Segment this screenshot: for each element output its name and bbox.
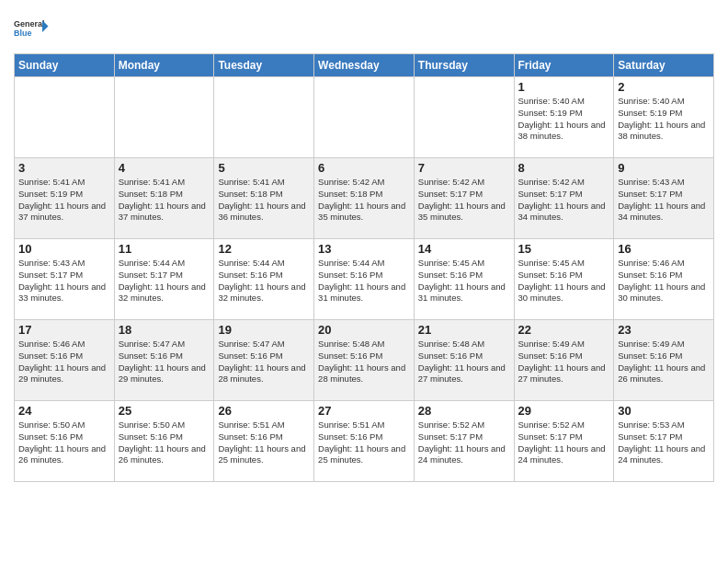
sunrise-text: Sunrise: 5:52 AM [418,419,484,430]
sunrise-text: Sunrise: 5:49 AM [618,339,684,349]
sunrise-text: Sunrise: 5:46 AM [18,339,85,349]
calendar-cell: 23 Sunrise: 5:49 AM Sunset: 5:16 PM Dayl… [614,320,714,401]
daylight-text: Daylight: 11 hours and 38 minutes. [518,120,606,142]
sunrise-text: Sunrise: 5:48 AM [418,339,484,349]
calendar-table: SundayMondayTuesdayWednesdayThursdayFrid… [14,53,714,482]
sunrise-text: Sunrise: 5:45 AM [518,258,585,268]
day-number: 12 [218,242,310,256]
weekday-header-sunday: Sunday [15,54,115,77]
day-info: Sunrise: 5:46 AM Sunset: 5:16 PM Dayligh… [618,258,710,304]
calendar-cell [15,77,115,158]
daylight-text: Daylight: 11 hours and 24 minutes. [518,443,606,465]
day-number: 24 [18,404,110,418]
calendar-cell: 19 Sunrise: 5:47 AM Sunset: 5:16 PM Dayl… [214,320,314,401]
calendar-cell: 7 Sunrise: 5:42 AM Sunset: 5:17 PM Dayli… [414,158,514,239]
sunrise-text: Sunrise: 5:40 AM [618,96,684,106]
calendar-cell [214,77,314,158]
daylight-text: Daylight: 11 hours and 25 minutes. [218,443,305,465]
calendar-cell: 17 Sunrise: 5:46 AM Sunset: 5:16 PM Dayl… [15,320,115,401]
sunrise-text: Sunrise: 5:53 AM [618,419,684,430]
daylight-text: Daylight: 11 hours and 29 minutes. [119,362,206,385]
calendar-cell [414,77,514,158]
calendar-cell: 20 Sunrise: 5:48 AM Sunset: 5:16 PM Dayl… [314,320,415,401]
sunset-text: Sunset: 5:17 PM [618,431,682,442]
day-number: 15 [518,242,610,256]
calendar-cell: 10 Sunrise: 5:43 AM Sunset: 5:17 PM Dayl… [15,239,115,320]
day-number: 2 [618,80,710,94]
day-info: Sunrise: 5:51 AM Sunset: 5:16 PM Dayligh… [218,419,310,466]
sunset-text: Sunset: 5:18 PM [119,189,183,199]
calendar-cell: 4 Sunrise: 5:41 AM Sunset: 5:18 PM Dayli… [114,158,214,239]
sunrise-text: Sunrise: 5:40 AM [518,96,585,106]
day-number: 26 [218,404,310,418]
calendar-cell: 1 Sunrise: 5:40 AM Sunset: 5:19 PM Dayli… [514,77,614,158]
sunset-text: Sunset: 5:18 PM [318,189,382,199]
day-info: Sunrise: 5:41 AM Sunset: 5:18 PM Dayligh… [119,177,210,224]
day-number: 25 [119,404,210,418]
daylight-text: Daylight: 11 hours and 29 minutes. [18,362,106,385]
calendar-cell: 28 Sunrise: 5:52 AM Sunset: 5:17 PM Dayl… [414,401,514,482]
day-info: Sunrise: 5:42 AM Sunset: 5:17 PM Dayligh… [418,177,510,224]
day-number: 19 [218,323,310,337]
day-info: Sunrise: 5:50 AM Sunset: 5:16 PM Dayligh… [119,419,210,466]
day-info: Sunrise: 5:40 AM Sunset: 5:19 PM Dayligh… [518,96,610,143]
day-number: 10 [18,242,110,256]
daylight-text: Daylight: 11 hours and 31 minutes. [418,282,506,304]
daylight-text: Daylight: 11 hours and 37 minutes. [119,201,206,223]
calendar-cell: 5 Sunrise: 5:41 AM Sunset: 5:18 PM Dayli… [214,158,314,239]
sunset-text: Sunset: 5:19 PM [518,108,583,118]
calendar-cell: 29 Sunrise: 5:52 AM Sunset: 5:17 PM Dayl… [514,401,614,482]
day-info: Sunrise: 5:49 AM Sunset: 5:16 PM Dayligh… [518,339,610,385]
calendar-cell: 14 Sunrise: 5:45 AM Sunset: 5:16 PM Dayl… [414,239,514,320]
sunrise-text: Sunrise: 5:51 AM [318,419,384,430]
day-info: Sunrise: 5:46 AM Sunset: 5:16 PM Dayligh… [18,339,110,385]
sunrise-text: Sunrise: 5:43 AM [18,258,85,268]
weekday-header-row: SundayMondayTuesdayWednesdayThursdayFrid… [15,54,714,77]
day-info: Sunrise: 5:43 AM Sunset: 5:17 PM Dayligh… [618,177,710,224]
header: GeneralBlue [14,9,714,46]
sunrise-text: Sunrise: 5:47 AM [218,339,284,349]
day-info: Sunrise: 5:52 AM Sunset: 5:17 PM Dayligh… [518,419,610,466]
sunset-text: Sunset: 5:19 PM [618,108,682,118]
day-number: 29 [518,404,610,418]
day-info: Sunrise: 5:44 AM Sunset: 5:16 PM Dayligh… [318,258,410,304]
sunset-text: Sunset: 5:18 PM [218,189,282,199]
day-info: Sunrise: 5:44 AM Sunset: 5:16 PM Dayligh… [218,258,310,304]
sunset-text: Sunset: 5:16 PM [18,431,83,442]
day-number: 21 [418,323,510,337]
day-info: Sunrise: 5:44 AM Sunset: 5:17 PM Dayligh… [119,258,210,304]
sunset-text: Sunset: 5:17 PM [618,189,682,199]
day-number: 8 [518,161,610,175]
sunset-text: Sunset: 5:17 PM [518,189,583,199]
weekday-header-thursday: Thursday [414,54,514,77]
sunset-text: Sunset: 5:16 PM [119,350,183,361]
daylight-text: Daylight: 11 hours and 34 minutes. [518,201,606,223]
day-number: 13 [318,242,410,256]
sunset-text: Sunset: 5:16 PM [618,270,682,280]
sunrise-text: Sunrise: 5:50 AM [18,419,85,430]
day-number: 1 [518,80,610,94]
day-info: Sunrise: 5:45 AM Sunset: 5:16 PM Dayligh… [418,258,510,304]
sunrise-text: Sunrise: 5:42 AM [518,177,585,187]
logo-icon: GeneralBlue [14,9,51,46]
sunset-text: Sunset: 5:17 PM [418,189,483,199]
sunset-text: Sunset: 5:17 PM [518,431,583,442]
sunset-text: Sunset: 5:17 PM [18,270,83,280]
daylight-text: Daylight: 11 hours and 34 minutes. [618,201,705,223]
daylight-text: Daylight: 11 hours and 26 minutes. [119,443,206,465]
sunset-text: Sunset: 5:17 PM [418,431,483,442]
day-number: 14 [418,242,510,256]
day-number: 18 [119,323,210,337]
sunset-text: Sunset: 5:16 PM [318,350,382,361]
day-info: Sunrise: 5:42 AM Sunset: 5:17 PM Dayligh… [518,177,610,224]
daylight-text: Daylight: 11 hours and 38 minutes. [618,120,705,142]
sunset-text: Sunset: 5:16 PM [518,350,583,361]
sunset-text: Sunset: 5:16 PM [18,350,83,361]
daylight-text: Daylight: 11 hours and 32 minutes. [218,282,305,304]
day-info: Sunrise: 5:40 AM Sunset: 5:19 PM Dayligh… [618,96,710,143]
sunrise-text: Sunrise: 5:46 AM [618,258,684,268]
daylight-text: Daylight: 11 hours and 25 minutes. [318,443,405,465]
daylight-text: Daylight: 11 hours and 35 minutes. [318,201,405,223]
day-info: Sunrise: 5:43 AM Sunset: 5:17 PM Dayligh… [18,258,110,304]
daylight-text: Daylight: 11 hours and 32 minutes. [119,282,206,304]
